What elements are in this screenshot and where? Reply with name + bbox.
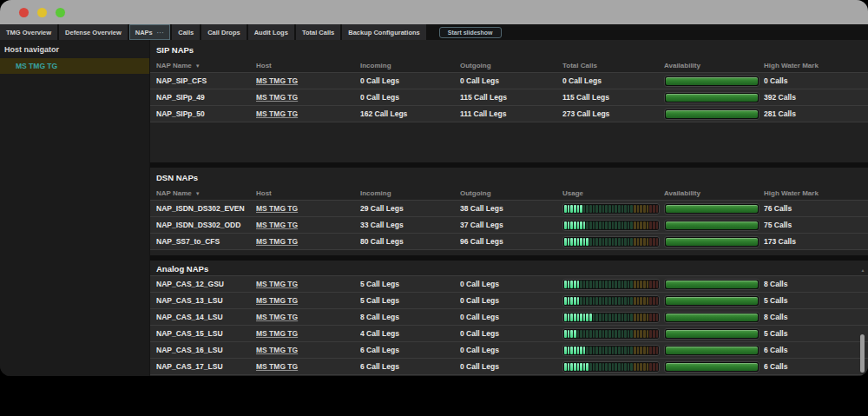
tab-menu-dots-icon[interactable]: ··· bbox=[157, 30, 165, 36]
tab-audit-logs[interactable]: Audit Logs bbox=[248, 24, 294, 40]
table-row[interactable]: NAP_CAS_13_LSUMS TMG TG5 Call Legs0 Call… bbox=[150, 292, 868, 308]
usage-segment bbox=[589, 221, 592, 229]
usage-segment bbox=[615, 238, 617, 246]
usage-segment bbox=[586, 205, 589, 213]
usage-segment bbox=[602, 347, 605, 354]
column-header-nap-name[interactable]: NAP Name▼ bbox=[156, 62, 256, 69]
usage-segment bbox=[593, 347, 595, 354]
usage-segment bbox=[615, 363, 617, 371]
usage-segment bbox=[653, 347, 655, 354]
tab-naps[interactable]: NAPs··· bbox=[129, 24, 171, 40]
usage-segment bbox=[621, 205, 624, 213]
usage-segment bbox=[593, 221, 595, 229]
usage-segment bbox=[618, 238, 621, 246]
tab-backup-configurations[interactable]: Backup Configurations bbox=[342, 24, 426, 40]
table-row[interactable]: NAP_CAS_16_LSUMS TMG TG6 Call Legs0 Call… bbox=[150, 341, 868, 358]
column-header-incoming[interactable]: Incoming bbox=[360, 62, 460, 69]
usage-segment bbox=[612, 363, 615, 371]
scroll-up-arrow-icon[interactable]: ▲ bbox=[859, 267, 866, 273]
maximize-window-button[interactable] bbox=[56, 8, 65, 17]
usage-segment bbox=[602, 363, 605, 371]
usage-segment bbox=[577, 314, 580, 321]
tab-total-calls[interactable]: Total Calls bbox=[296, 24, 340, 40]
usage-segment bbox=[624, 281, 627, 288]
host-link[interactable]: MS TMG TG bbox=[256, 93, 298, 102]
tab-call-drops[interactable]: Call Drops bbox=[201, 24, 247, 40]
table-row[interactable]: NAP_SS7_to_CFSMS TMG TG80 Call Legs96 Ca… bbox=[150, 233, 868, 249]
usage-segment bbox=[599, 363, 602, 371]
usage-segment bbox=[634, 314, 636, 321]
usage-segment bbox=[630, 314, 633, 321]
column-header-nap-name[interactable]: NAP Name▼ bbox=[156, 189, 256, 197]
host-link[interactable]: MS TMG TG bbox=[256, 221, 298, 229]
table-row[interactable]: NAP_SIP_CFSMS TMG TG0 Call Legs0 Call Le… bbox=[150, 72, 868, 89]
table-row[interactable]: NAP_SIPp_50MS TMG TG162 Call Legs111 Cal… bbox=[150, 105, 868, 122]
host-link[interactable]: MS TMG TG bbox=[256, 109, 298, 118]
usage-segment bbox=[564, 297, 567, 305]
tab-defense-overview[interactable]: Defense Overview bbox=[59, 24, 128, 40]
usage-segment bbox=[608, 363, 611, 371]
column-header-availability[interactable]: Availability bbox=[664, 189, 764, 197]
usage-segment bbox=[608, 347, 611, 354]
availability-bar bbox=[664, 76, 760, 87]
cell-usage bbox=[562, 328, 664, 340]
usage-segment bbox=[618, 205, 621, 213]
sort-descending-icon: ▼ bbox=[195, 191, 201, 196]
table-row[interactable]: NAP_ISDN_DS302_EVENMS TMG TG29 Call Legs… bbox=[150, 200, 868, 216]
scrollbar-thumb[interactable] bbox=[860, 334, 865, 373]
usage-segment bbox=[595, 363, 598, 371]
table-body: NAP_CAS_12_GSUMS TMG TG5 Call Legs0 Call… bbox=[150, 275, 868, 375]
availability-bar bbox=[664, 236, 760, 248]
column-header-incoming[interactable]: Incoming bbox=[360, 189, 460, 197]
usage-segment bbox=[612, 238, 615, 246]
minimize-window-button[interactable] bbox=[37, 8, 47, 17]
usage-segment bbox=[608, 205, 611, 213]
cell-incoming: 80 Call Legs bbox=[360, 237, 460, 246]
usage-segment bbox=[643, 314, 646, 321]
cell-usage bbox=[562, 345, 664, 356]
host-link[interactable]: MS TMG TG bbox=[256, 280, 298, 288]
host-link[interactable]: MS TMG TG bbox=[256, 76, 298, 85]
cell-outgoing: 0 Call Legs bbox=[460, 280, 562, 288]
host-link[interactable]: MS TMG TG bbox=[256, 204, 298, 213]
host-link[interactable]: MS TMG TG bbox=[256, 329, 298, 338]
host-link[interactable]: MS TMG TG bbox=[256, 313, 298, 321]
usage-segment bbox=[624, 238, 627, 246]
table-row[interactable]: NAP_CAS_12_GSUMS TMG TG5 Call Legs0 Call… bbox=[150, 275, 868, 292]
column-header-outgoing[interactable]: Outgoing bbox=[460, 62, 562, 69]
column-header-host[interactable]: Host bbox=[256, 189, 360, 197]
column-header-host[interactable]: Host bbox=[256, 62, 360, 69]
tab-calls[interactable]: Calls bbox=[172, 24, 200, 40]
host-link[interactable]: MS TMG TG bbox=[256, 237, 298, 246]
usage-segment bbox=[595, 297, 598, 305]
table-row[interactable]: NAP_SIPp_49MS TMG TG0 Call Legs115 Call … bbox=[150, 89, 868, 105]
usage-segment bbox=[583, 205, 586, 213]
usage-segment bbox=[593, 363, 595, 371]
close-window-button[interactable] bbox=[19, 8, 29, 17]
column-header-high-water-mark[interactable]: High Water Mark bbox=[764, 62, 868, 69]
host-link[interactable]: MS TMG TG bbox=[256, 346, 298, 354]
column-header-usage[interactable]: Usage bbox=[562, 189, 664, 197]
table-row[interactable]: NAP_CAS_14_LSUMS TMG TG8 Call Legs0 Call… bbox=[150, 308, 868, 325]
column-header-total-calls[interactable]: Total Calls bbox=[562, 62, 664, 69]
usage-segment bbox=[640, 281, 642, 288]
cell-availability bbox=[664, 279, 764, 290]
table-row[interactable]: NAP_ISDN_DS302_ODDMS TMG TG33 Call Legs3… bbox=[150, 216, 868, 233]
tab-tmg-overview[interactable]: TMG Overview bbox=[0, 24, 57, 40]
table-row[interactable]: NAP_CAS_15_LSUMS TMG TG4 Call Legs0 Call… bbox=[150, 325, 868, 341]
column-header-high-water-mark[interactable]: High Water Mark bbox=[764, 189, 868, 197]
vertical-scrollbar[interactable]: ▲ bbox=[859, 267, 866, 373]
column-header-label: Availability bbox=[664, 189, 700, 197]
host-link[interactable]: MS TMG TG bbox=[256, 296, 298, 305]
start-slideshow-button[interactable]: Start slideshow bbox=[439, 27, 502, 38]
column-header-outgoing[interactable]: Outgoing bbox=[460, 189, 562, 197]
table-header-row: NAP Name▼HostIncomingOutgoingTotal Calls… bbox=[150, 58, 868, 72]
usage-segment bbox=[634, 347, 636, 354]
host-navigator-item[interactable]: MS TMG TG bbox=[0, 58, 149, 74]
usage-segment bbox=[637, 281, 640, 288]
table-row[interactable]: NAP_CAS_17_LSUMS TMG TG6 Call Legs0 Call… bbox=[150, 358, 868, 374]
host-link[interactable]: MS TMG TG bbox=[256, 362, 298, 371]
usage-segment bbox=[634, 221, 636, 229]
usage-segment bbox=[583, 347, 586, 354]
column-header-availability[interactable]: Availability bbox=[664, 62, 764, 69]
